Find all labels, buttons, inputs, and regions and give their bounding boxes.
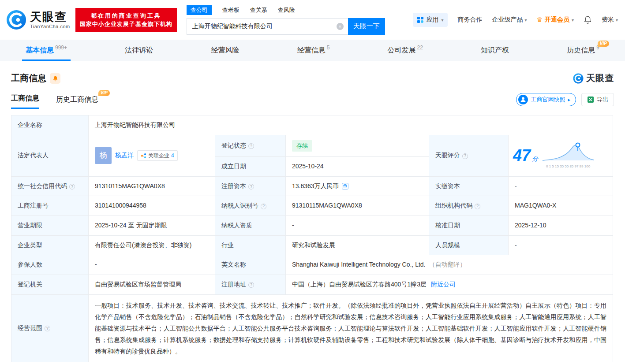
business-info-table: 企业名称 上海开物纪智能科技有限公司 法定代表人 杨 杨孟洋 bbox=[11, 115, 613, 362]
tab-operating-info[interactable]: 经营信息 5 bbox=[297, 40, 330, 61]
table-row: 工商注册号 310141000944958 纳税人识别号? 91310115MA… bbox=[11, 196, 613, 216]
staff-size-value: - bbox=[509, 235, 613, 255]
tab-intellectual-property[interactable]: 知识产权 bbox=[481, 40, 509, 61]
bell-icon bbox=[584, 15, 592, 24]
avatar[interactable]: 杨 bbox=[95, 147, 112, 164]
excel-export-icon bbox=[587, 96, 594, 103]
tab-label: 经营风险 bbox=[211, 46, 239, 55]
table-row: 登记机关 自由贸易试验区市场监督管理局 注册地址? 中国（上海）自由贸易试验区芳… bbox=[11, 275, 613, 294]
logo-domain-text: TianYanCha.com bbox=[30, 24, 70, 29]
legal-rep-label: 法定代表人 bbox=[11, 135, 89, 176]
apps-grid-icon bbox=[417, 17, 423, 23]
enterprise-products-menu[interactable]: 企业级产品 ▾ bbox=[492, 16, 527, 24]
vip-upgrade-menu[interactable]: ♛ 开通会员 ▾ bbox=[536, 16, 573, 24]
table-row: 经营范围? 一般项目：技术服务、技术开发、技术咨询、技术交流、技术转让、技术推广… bbox=[11, 294, 613, 362]
search-button[interactable]: 天眼一下 bbox=[348, 18, 385, 35]
search-tab-relation[interactable]: 查关系 bbox=[250, 6, 267, 14]
nearby-companies-link[interactable]: 附近公司 bbox=[431, 281, 456, 288]
tyc-score-label: 天眼评分? bbox=[429, 135, 509, 176]
business-cooperation-link[interactable]: 商务合作 bbox=[457, 16, 482, 24]
reg-no-label: 工商注册号 bbox=[11, 196, 89, 216]
export-button[interactable]: 导出 bbox=[581, 93, 614, 106]
top-header: 天眼查 TianYanCha.com 都在用的商业查询工具 国家中小企业发展子基… bbox=[0, 0, 625, 40]
clear-icon[interactable]: × bbox=[337, 23, 344, 30]
related-companies-label: 关联企业 bbox=[148, 152, 169, 160]
help-icon[interactable]: ? bbox=[261, 204, 266, 209]
business-term-label: 营业期限 bbox=[11, 215, 89, 235]
enterprise-products-label: 企业级产品 bbox=[492, 16, 523, 24]
notification-bell-icon[interactable] bbox=[584, 15, 592, 24]
tab-count-badge: 999+ bbox=[55, 45, 67, 51]
help-icon[interactable]: ? bbox=[248, 184, 254, 189]
search-tab-risk[interactable]: 查风险 bbox=[278, 6, 295, 14]
help-icon[interactable]: ? bbox=[248, 282, 254, 288]
bank-icon[interactable] bbox=[342, 183, 348, 189]
credit-code-value: 91310115MAG1QWA0X8 bbox=[89, 176, 215, 196]
tab-history-info[interactable]: 历史信息 9 VIP bbox=[567, 40, 599, 61]
search-type-tabs: 查公司 查老板 查关系 查风险 bbox=[187, 5, 385, 15]
legal-rep-value: 杨 杨孟洋 关联企业 4 bbox=[89, 135, 215, 176]
apps-label: 应用 bbox=[426, 16, 438, 24]
industry-label: 行业 bbox=[215, 235, 286, 255]
arrow-right-icon: ▸ bbox=[568, 97, 570, 103]
credit-code-label: 统一社会信用代码? bbox=[11, 176, 89, 196]
subtab-history-business-info[interactable]: 历史工商信息 VIP bbox=[56, 95, 98, 109]
org-code-label: 组织机构代码? bbox=[429, 196, 509, 216]
paid-capital-value: - bbox=[509, 176, 613, 196]
help-icon[interactable]: ? bbox=[69, 184, 75, 189]
search-tab-boss[interactable]: 查老板 bbox=[222, 6, 240, 14]
help-icon[interactable]: ? bbox=[248, 143, 254, 149]
search-tab-company[interactable]: 查公司 bbox=[187, 5, 212, 15]
taxpayer-quality-label: 纳税人资质 bbox=[215, 215, 286, 235]
legal-rep-link[interactable]: 杨孟洋 bbox=[115, 151, 134, 160]
vip-upgrade-label: 开通会员 bbox=[545, 16, 569, 24]
tianyancha-eye-icon bbox=[6, 10, 26, 30]
tab-legal-proceedings[interactable]: 法律诉讼 bbox=[125, 40, 153, 61]
slogan-line-2: 国家中小企业发展子基金旗下机构 bbox=[80, 20, 172, 28]
table-row: 企业类型 有限责任公司(港澳台投资、非独资) 行业 研究和试验发展 人员规模 - bbox=[11, 235, 613, 255]
approve-date-label: 核准日期 bbox=[429, 215, 509, 235]
reg-no-value: 310141000944958 bbox=[89, 196, 215, 216]
company-type-label: 企业类型 bbox=[11, 235, 89, 255]
section-brandmark: 天眼查 bbox=[573, 72, 614, 84]
user-menu[interactable]: 费米 ▾ bbox=[602, 16, 618, 24]
related-companies-tag[interactable]: 关联企业 4 bbox=[137, 150, 178, 161]
reg-capital-value: 13.6363万人民币 bbox=[286, 176, 429, 196]
taxpayer-no-label: 纳税人识别号? bbox=[215, 196, 286, 216]
search-input[interactable] bbox=[187, 19, 348, 34]
subscribe-bell-button[interactable] bbox=[50, 73, 60, 84]
company-section-tabs: 基本信息 999+ 法律诉讼 经营风险 经营信息 5 公司发展 22 知识产权 … bbox=[0, 40, 625, 61]
table-row: 参保人数 - 英文名称 Shanghai Kaiwuji Intelligent… bbox=[11, 255, 613, 275]
insured-num-value: - bbox=[89, 255, 215, 275]
staff-size-label: 人员规模 bbox=[429, 235, 509, 255]
tab-count-badge: 22 bbox=[417, 45, 423, 51]
help-icon[interactable]: ? bbox=[462, 153, 468, 159]
address-value: 中国（上海）自由贸易试验区芳春路400号1幢3层附近公司 bbox=[286, 275, 613, 294]
chevron-down-icon: ▾ bbox=[441, 18, 443, 22]
page-title: 工商信息 bbox=[11, 72, 46, 84]
chevron-down-icon: ▾ bbox=[616, 18, 618, 22]
establish-date-value: 2025-10-24 bbox=[286, 156, 429, 176]
subtab-label: 历史工商信息 bbox=[56, 96, 98, 103]
official-snapshot-button[interactable]: 工商官网快照 ▸ bbox=[516, 93, 576, 106]
subtab-business-info[interactable]: 工商信息 bbox=[11, 94, 39, 109]
apps-menu[interactable]: 应用 ▾ bbox=[413, 13, 448, 27]
tab-basic-info[interactable]: 基本信息 999+ bbox=[26, 40, 67, 61]
insured-num-label: 参保人数 bbox=[11, 255, 89, 275]
help-icon[interactable]: ? bbox=[475, 204, 480, 209]
search-box: × bbox=[187, 18, 348, 35]
taxpayer-quality-value: - bbox=[286, 215, 429, 235]
table-row: 企业名称 上海开物纪智能科技有限公司 bbox=[11, 115, 613, 135]
company-name-label: 企业名称 bbox=[11, 115, 89, 135]
logo-brand-text: 天眼查 bbox=[30, 11, 70, 23]
slogan-banner: 都在用的商业查询工具 国家中小企业发展子基金旗下机构 bbox=[75, 8, 177, 32]
tab-operating-risk[interactable]: 经营风险 bbox=[211, 40, 239, 61]
tianyancha-logo[interactable]: 天眼查 TianYanCha.com bbox=[6, 10, 70, 30]
main-content: 工商信息 天眼查 工商信息 历史工商信息 VIP bbox=[0, 72, 625, 362]
tyc-score-value[interactable]: 47 分 0 1 5 15 35 55 85 97 99 100 bbox=[509, 135, 613, 176]
help-icon[interactable]: ? bbox=[45, 326, 50, 331]
address-label: 注册地址? bbox=[215, 275, 286, 294]
english-name-value: Shanghai Kaiwuji Intelligent Technology … bbox=[286, 255, 613, 275]
tab-company-development[interactable]: 公司发展 22 bbox=[388, 40, 423, 61]
org-code-value: MAG1QWA0-X bbox=[509, 196, 613, 216]
